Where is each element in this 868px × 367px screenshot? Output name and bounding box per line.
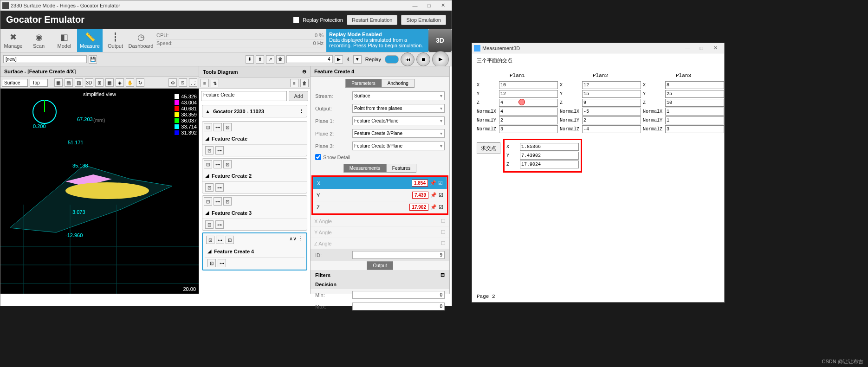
sub-icon[interactable]: ⊶ <box>215 146 224 155</box>
pin-icon[interactable]: 📌 <box>430 180 436 186</box>
download-icon[interactable]: ⬇ <box>246 55 254 64</box>
in-icon[interactable]: ⊡ <box>204 123 212 131</box>
out-icon[interactable]: ⊡ <box>223 123 232 131</box>
save-icon[interactable]: 💾 <box>89 55 97 64</box>
tool-item[interactable]: ⊡⊶⊡ ◢Feature Create ⊡⊶ <box>202 121 307 156</box>
list-icon[interactable]: ≡ <box>201 79 209 87</box>
min-input[interactable] <box>352 291 445 299</box>
plan-input[interactable] <box>582 108 641 116</box>
plan-input[interactable] <box>582 99 641 107</box>
tab-dashboard[interactable]: ◷Dashboard <box>128 29 154 52</box>
plane3-select[interactable]: Feature Create 3/Plane <box>352 142 445 150</box>
expand-icon[interactable]: ⛶ <box>189 78 197 87</box>
plane1-select[interactable]: Feature Create/Plane <box>352 116 445 125</box>
measurement-y[interactable]: Y7.439📌☑ <box>313 189 447 201</box>
delete-icon[interactable]: 🗑 <box>276 55 285 64</box>
tab-output[interactable]: ┇Output <box>103 29 128 52</box>
replay-toggle[interactable] <box>385 55 399 64</box>
out-icon[interactable]: ⊡ <box>223 160 232 168</box>
tool-item[interactable]: ⊡⊶⊡∧∨⋮ ◢Feature Create 4 ⊡⊶ <box>202 232 307 270</box>
view-icon[interactable]: ▤ <box>65 78 73 87</box>
restart-emulation-button[interactable]: Restart Emulation <box>347 15 397 25</box>
prev-button[interactable]: ⏮ <box>401 52 415 66</box>
calculate-button[interactable]: 求交点 <box>477 142 500 154</box>
tab-scan[interactable]: ◉Scan <box>26 29 52 52</box>
gear-icon[interactable]: ⚙ <box>168 78 177 87</box>
tool-item[interactable]: ⊡⊶⊡ ◢Feature Create 2 ⊡⊶ <box>202 158 307 193</box>
stream-select[interactable]: Surface <box>352 91 445 100</box>
play-button[interactable]: ▶ <box>432 51 449 68</box>
check-icon[interactable]: ☑ <box>439 204 443 210</box>
minimize-icon[interactable]: — <box>408 1 422 10</box>
in-icon[interactable]: ⊡ <box>204 160 212 168</box>
list2-icon[interactable]: ≡ <box>290 79 298 87</box>
menu-icon[interactable]: ⋮ <box>298 236 303 244</box>
step-icon[interactable]: ▶ <box>335 55 343 64</box>
tab-manage[interactable]: ✖Manage <box>0 29 26 52</box>
plan-input[interactable] <box>582 90 641 98</box>
plan-input[interactable] <box>665 125 724 133</box>
tab-model[interactable]: ◧Model <box>52 29 77 52</box>
plan-input[interactable] <box>665 81 724 89</box>
sort-icon[interactable]: ⇅ <box>211 79 219 87</box>
plan-input[interactable] <box>582 81 641 89</box>
link-icon[interactable]: ⊶ <box>214 197 222 206</box>
measurement-x[interactable]: X1.854📌☑ <box>313 177 447 189</box>
close-icon[interactable]: ✕ <box>436 1 450 10</box>
viewer-canvas[interactable]: simplified view 0.200 67.203 (mm) 51.171… <box>0 89 199 294</box>
plan-input[interactable] <box>499 81 558 89</box>
link-icon[interactable]: ⊶ <box>214 123 222 131</box>
in-icon[interactable]: ⊡ <box>206 236 214 244</box>
show-detail-checkbox[interactable] <box>315 154 321 160</box>
plan-input[interactable] <box>499 116 558 124</box>
plan-input[interactable] <box>499 125 558 133</box>
out-icon[interactable]: ⊡ <box>226 236 234 244</box>
tab-measure[interactable]: 📏Measure <box>77 29 103 52</box>
layers-icon[interactable]: ◈ <box>116 78 124 87</box>
upload-icon[interactable]: ⬆ <box>256 55 264 64</box>
link-icon[interactable]: ⊶ <box>216 236 224 244</box>
export-icon[interactable]: ↗ <box>266 55 274 64</box>
tab-anchoring[interactable]: Anchoring <box>382 79 415 88</box>
view-icon[interactable]: ▦ <box>54 78 63 87</box>
view-select[interactable]: Top <box>30 79 47 87</box>
filters-icon[interactable]: ⊟ <box>440 272 445 278</box>
plan-input[interactable] <box>665 108 724 116</box>
maximize-icon[interactable]: □ <box>694 44 708 53</box>
plan-input[interactable] <box>665 116 724 124</box>
up-down-icon[interactable]: ∧∨ <box>289 236 297 244</box>
pin-icon[interactable]: 📌 <box>430 204 437 210</box>
max-input[interactable] <box>352 303 445 310</box>
id-input[interactable] <box>352 251 445 259</box>
filter-icon[interactable]: ▼ <box>353 55 362 64</box>
stop-emulation-button[interactable]: Stop Emulation <box>401 15 446 25</box>
grid-icon[interactable]: ⊞ <box>95 78 104 87</box>
check-icon[interactable]: ☐ <box>441 240 446 246</box>
pin-icon[interactable]: 📌 <box>430 192 437 198</box>
plan-input[interactable] <box>499 108 558 116</box>
plan-input[interactable] <box>582 116 641 124</box>
menu-icon[interactable]: ⋮ <box>299 108 304 114</box>
view3d-icon[interactable]: 3D <box>85 78 93 87</box>
check-icon[interactable]: ☑ <box>438 180 443 186</box>
sub-icon[interactable]: ⊡ <box>207 259 216 267</box>
tab-parameters[interactable]: Parameters <box>345 79 382 88</box>
sub-icon[interactable]: ⊡ <box>205 220 214 229</box>
measurement-zangle[interactable]: Z Angle☐ <box>311 238 449 249</box>
view-icon[interactable]: ▥ <box>75 78 83 87</box>
check-icon[interactable]: ☐ <box>441 218 446 224</box>
maximize-icon[interactable]: □ <box>422 1 436 10</box>
minimize-icon[interactable]: — <box>680 44 694 53</box>
tool-type-select[interactable]: Feature Create <box>201 91 287 101</box>
in-icon[interactable]: ⊡ <box>204 197 212 206</box>
hand-icon[interactable]: ✋ <box>126 78 134 87</box>
add-tool-button[interactable]: Add <box>289 91 308 101</box>
measurement-z[interactable]: Z17.902📌☑ <box>313 201 447 213</box>
plane2-select[interactable]: Feature Create 2/Plane <box>352 129 445 138</box>
tab-measurements[interactable]: Measurements <box>343 164 386 173</box>
tool-item[interactable]: ⊡⊶⊡ ◢Feature Create 3 ⊡⊶ <box>202 195 307 231</box>
plan-input[interactable] <box>582 125 641 133</box>
copy-icon[interactable]: ⎘ <box>179 78 187 87</box>
sub-icon[interactable]: ⊶ <box>215 220 224 229</box>
plan-input[interactable] <box>499 99 558 107</box>
